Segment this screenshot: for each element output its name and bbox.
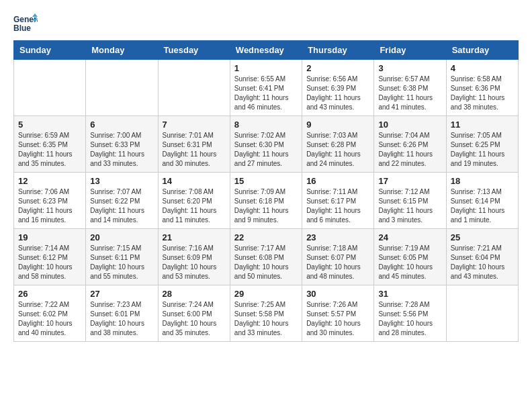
cell-content: Sunrise: 7:21 AM Sunset: 6:04 PM Dayligh… xyxy=(451,244,514,281)
cell-content: Sunrise: 7:07 AM Sunset: 6:22 PM Dayligh… xyxy=(90,187,153,225)
calendar-cell: 5Sunrise: 6:59 AM Sunset: 6:35 PM Daylig… xyxy=(14,116,86,173)
cell-content: Sunrise: 7:04 AM Sunset: 6:26 PM Dayligh… xyxy=(378,131,441,169)
cell-content: Sunrise: 6:59 AM Sunset: 6:35 PM Dayligh… xyxy=(18,131,81,169)
cell-content: Sunrise: 6:56 AM Sunset: 6:39 PM Dayligh… xyxy=(306,75,369,112)
calendar-cell: 24Sunrise: 7:19 AM Sunset: 6:05 PM Dayli… xyxy=(374,229,446,285)
calendar-header-friday: Friday xyxy=(374,41,446,60)
day-number: 8 xyxy=(234,120,298,130)
calendar-cell: 4Sunrise: 6:58 AM Sunset: 6:36 PM Daylig… xyxy=(446,60,518,116)
cell-content: Sunrise: 7:00 AM Sunset: 6:33 PM Dayligh… xyxy=(90,131,153,169)
day-number: 9 xyxy=(306,120,369,130)
calendar-cell: 31Sunrise: 7:28 AM Sunset: 5:56 PM Dayli… xyxy=(374,285,446,342)
day-number: 31 xyxy=(378,289,441,299)
day-number: 30 xyxy=(306,289,369,299)
calendar-header-tuesday: Tuesday xyxy=(158,41,230,60)
calendar-header-sunday: Sunday xyxy=(14,41,86,60)
calendar-cell xyxy=(86,60,158,116)
cell-content: Sunrise: 7:22 AM Sunset: 6:02 PM Dayligh… xyxy=(18,300,81,338)
cell-content: Sunrise: 7:19 AM Sunset: 6:05 PM Dayligh… xyxy=(378,244,441,281)
calendar-cell: 28Sunrise: 7:24 AM Sunset: 6:00 PM Dayli… xyxy=(158,285,230,342)
calendar-cell: 12Sunrise: 7:06 AM Sunset: 6:23 PM Dayli… xyxy=(14,173,86,229)
calendar-cell xyxy=(14,60,86,116)
calendar-week-5: 26Sunrise: 7:22 AM Sunset: 6:02 PM Dayli… xyxy=(14,285,519,342)
calendar-cell: 25Sunrise: 7:21 AM Sunset: 6:04 PM Dayli… xyxy=(446,229,518,285)
calendar-cell: 18Sunrise: 7:13 AM Sunset: 6:14 PM Dayli… xyxy=(446,173,518,229)
day-number: 13 xyxy=(90,176,153,186)
day-number: 19 xyxy=(18,232,81,242)
calendar-cell: 14Sunrise: 7:08 AM Sunset: 6:20 PM Dayli… xyxy=(158,173,230,229)
cell-content: Sunrise: 7:28 AM Sunset: 5:56 PM Dayligh… xyxy=(378,300,441,338)
day-number: 21 xyxy=(163,232,226,242)
cell-content: Sunrise: 7:23 AM Sunset: 6:01 PM Dayligh… xyxy=(90,300,153,338)
day-number: 22 xyxy=(234,232,298,242)
cell-content: Sunrise: 7:17 AM Sunset: 6:08 PM Dayligh… xyxy=(234,244,298,281)
day-number: 6 xyxy=(90,120,153,130)
day-number: 15 xyxy=(234,176,298,186)
cell-content: Sunrise: 7:16 AM Sunset: 6:09 PM Dayligh… xyxy=(163,244,226,281)
cell-content: Sunrise: 6:55 AM Sunset: 6:41 PM Dayligh… xyxy=(234,75,298,112)
logo: General Blue xyxy=(13,13,40,34)
day-number: 18 xyxy=(451,176,514,186)
cell-content: Sunrise: 7:09 AM Sunset: 6:18 PM Dayligh… xyxy=(234,187,298,225)
logo-icon: General Blue xyxy=(13,13,38,34)
calendar-week-1: 1Sunrise: 6:55 AM Sunset: 6:41 PM Daylig… xyxy=(14,60,519,116)
cell-content: Sunrise: 7:24 AM Sunset: 6:00 PM Dayligh… xyxy=(163,300,226,338)
calendar-cell: 22Sunrise: 7:17 AM Sunset: 6:08 PM Dayli… xyxy=(230,229,302,285)
day-number: 23 xyxy=(306,232,369,242)
day-number: 11 xyxy=(451,120,514,130)
calendar-cell xyxy=(446,285,518,342)
calendar-cell: 6Sunrise: 7:00 AM Sunset: 6:33 PM Daylig… xyxy=(86,116,158,173)
cell-content: Sunrise: 7:11 AM Sunset: 6:17 PM Dayligh… xyxy=(306,187,369,225)
cell-content: Sunrise: 7:26 AM Sunset: 5:57 PM Dayligh… xyxy=(306,300,369,338)
day-number: 26 xyxy=(18,289,81,299)
cell-content: Sunrise: 7:18 AM Sunset: 6:07 PM Dayligh… xyxy=(306,244,369,281)
calendar-cell: 26Sunrise: 7:22 AM Sunset: 6:02 PM Dayli… xyxy=(14,285,86,342)
day-number: 24 xyxy=(378,232,441,242)
calendar-cell: 3Sunrise: 6:57 AM Sunset: 6:38 PM Daylig… xyxy=(374,60,446,116)
day-number: 10 xyxy=(378,120,441,130)
calendar-cell: 17Sunrise: 7:12 AM Sunset: 6:15 PM Dayli… xyxy=(374,173,446,229)
cell-content: Sunrise: 6:58 AM Sunset: 6:36 PM Dayligh… xyxy=(451,75,514,112)
day-number: 3 xyxy=(378,63,441,73)
calendar-week-3: 12Sunrise: 7:06 AM Sunset: 6:23 PM Dayli… xyxy=(14,173,519,229)
cell-content: Sunrise: 7:25 AM Sunset: 5:58 PM Dayligh… xyxy=(234,300,298,338)
cell-content: Sunrise: 7:12 AM Sunset: 6:15 PM Dayligh… xyxy=(378,187,441,225)
day-number: 12 xyxy=(18,176,81,186)
cell-content: Sunrise: 6:57 AM Sunset: 6:38 PM Dayligh… xyxy=(378,75,441,112)
page-header: General Blue xyxy=(13,13,519,34)
cell-content: Sunrise: 7:05 AM Sunset: 6:25 PM Dayligh… xyxy=(451,131,514,169)
day-number: 17 xyxy=(378,176,441,186)
cell-content: Sunrise: 7:14 AM Sunset: 6:12 PM Dayligh… xyxy=(18,244,81,281)
calendar-week-2: 5Sunrise: 6:59 AM Sunset: 6:35 PM Daylig… xyxy=(14,116,519,173)
calendar-header-row: SundayMondayTuesdayWednesdayThursdayFrid… xyxy=(14,41,519,60)
day-number: 28 xyxy=(163,289,226,299)
calendar-cell xyxy=(158,60,230,116)
day-number: 29 xyxy=(234,289,298,299)
cell-content: Sunrise: 7:02 AM Sunset: 6:30 PM Dayligh… xyxy=(234,131,298,169)
calendar-week-4: 19Sunrise: 7:14 AM Sunset: 6:12 PM Dayli… xyxy=(14,229,519,285)
svg-text:Blue: Blue xyxy=(13,24,31,33)
calendar-cell: 29Sunrise: 7:25 AM Sunset: 5:58 PM Dayli… xyxy=(230,285,302,342)
cell-content: Sunrise: 7:08 AM Sunset: 6:20 PM Dayligh… xyxy=(163,187,226,225)
day-number: 20 xyxy=(90,232,153,242)
calendar-cell: 2Sunrise: 6:56 AM Sunset: 6:39 PM Daylig… xyxy=(302,60,374,116)
calendar-header-saturday: Saturday xyxy=(446,41,518,60)
calendar-cell: 20Sunrise: 7:15 AM Sunset: 6:11 PM Dayli… xyxy=(86,229,158,285)
calendar-cell: 1Sunrise: 6:55 AM Sunset: 6:41 PM Daylig… xyxy=(230,60,302,116)
day-number: 7 xyxy=(163,120,226,130)
calendar-header-monday: Monday xyxy=(86,41,158,60)
calendar-cell: 10Sunrise: 7:04 AM Sunset: 6:26 PM Dayli… xyxy=(374,116,446,173)
day-number: 27 xyxy=(90,289,153,299)
calendar-cell: 16Sunrise: 7:11 AM Sunset: 6:17 PM Dayli… xyxy=(302,173,374,229)
calendar-cell: 27Sunrise: 7:23 AM Sunset: 6:01 PM Dayli… xyxy=(86,285,158,342)
calendar-cell: 21Sunrise: 7:16 AM Sunset: 6:09 PM Dayli… xyxy=(158,229,230,285)
calendar-header-wednesday: Wednesday xyxy=(230,41,302,60)
day-number: 1 xyxy=(234,63,298,73)
calendar-cell: 30Sunrise: 7:26 AM Sunset: 5:57 PM Dayli… xyxy=(302,285,374,342)
day-number: 4 xyxy=(451,63,514,73)
cell-content: Sunrise: 7:15 AM Sunset: 6:11 PM Dayligh… xyxy=(90,244,153,281)
calendar-cell: 23Sunrise: 7:18 AM Sunset: 6:07 PM Dayli… xyxy=(302,229,374,285)
cell-content: Sunrise: 7:13 AM Sunset: 6:14 PM Dayligh… xyxy=(451,187,514,225)
calendar-cell: 15Sunrise: 7:09 AM Sunset: 6:18 PM Dayli… xyxy=(230,173,302,229)
calendar-cell: 7Sunrise: 7:01 AM Sunset: 6:31 PM Daylig… xyxy=(158,116,230,173)
